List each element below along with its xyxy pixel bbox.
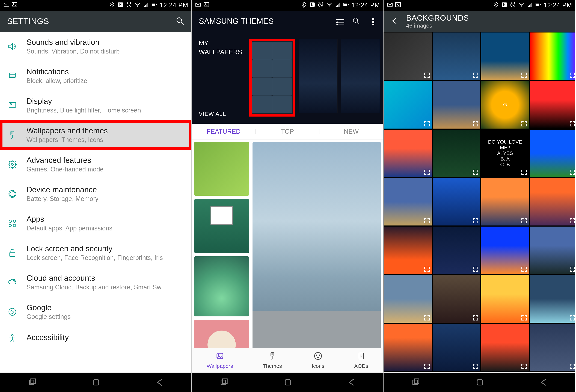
tab-new[interactable]: NEW — [319, 128, 383, 135]
wallpaper-preview-2[interactable] — [341, 39, 380, 113]
expand-icon — [570, 315, 575, 321]
home-button[interactable] — [283, 377, 292, 387]
bottom-nav-themes[interactable]: Themes — [263, 352, 282, 369]
background-thumbnail[interactable] — [481, 32, 529, 80]
settings-item-advanced-features[interactable]: Advanced features Games, One-handed mode — [0, 150, 191, 179]
background-thumbnail[interactable] — [481, 226, 529, 274]
background-thumbnail[interactable] — [530, 275, 575, 323]
backgrounds-title: BACKGROUNDS — [406, 14, 469, 23]
brush-icon — [268, 352, 277, 362]
settings-item-notifications[interactable]: Notifications Block, allow, prioritize — [0, 61, 191, 91]
svg-point-23 — [11, 163, 13, 166]
svg-rect-15 — [9, 102, 16, 107]
settings-item-wallpapers-and-themes[interactable]: Wallpapers and themes Wallpapers, Themes… — [0, 120, 191, 150]
bottom-nav-icons[interactable]: Icons — [312, 352, 324, 369]
background-thumbnail[interactable] — [481, 178, 529, 226]
expand-icon — [521, 266, 527, 272]
background-thumbnail[interactable] — [384, 81, 432, 129]
settings-item-accessibility[interactable]: Accessibility — [0, 327, 191, 349]
expand-icon — [424, 266, 430, 272]
svg-rect-57 — [217, 353, 223, 359]
alarm-icon — [510, 1, 516, 9]
background-thumbnail[interactable] — [530, 32, 575, 80]
settings-item-subtitle: Sounds, Vibration, Do not disturb — [27, 48, 120, 55]
settings-item-sounds-and-vibration[interactable]: Sounds and vibration Sounds, Vibration, … — [0, 32, 191, 61]
home-button[interactable] — [475, 377, 484, 387]
expand-icon — [424, 315, 430, 321]
svg-point-26 — [13, 220, 16, 223]
back-icon[interactable] — [391, 17, 399, 26]
background-thumbnail[interactable] — [481, 324, 529, 371]
tab-top[interactable]: TOP — [256, 128, 319, 135]
background-thumbnail[interactable] — [433, 275, 480, 323]
bottom-nav-aods[interactable]: L AODs — [354, 352, 368, 369]
back-button[interactable] — [347, 377, 356, 387]
background-thumbnail[interactable] — [384, 275, 432, 323]
background-thumbnail[interactable] — [384, 178, 432, 226]
background-thumbnail[interactable] — [530, 130, 575, 177]
background-thumbnail[interactable] — [530, 81, 575, 129]
background-thumbnail[interactable] — [384, 32, 432, 80]
theme-card[interactable] — [194, 199, 249, 253]
settings-item-title: Wallpapers and themes — [27, 126, 108, 135]
list-icon[interactable] — [336, 17, 344, 26]
home-button[interactable] — [91, 377, 100, 387]
settings-item-google[interactable]: Google Google settings — [0, 297, 191, 327]
search-icon[interactable] — [352, 17, 360, 26]
settings-item-apps[interactable]: Apps Default apps, App permissions — [0, 209, 191, 238]
settings-item-display[interactable]: Display Brightness, Blue light filter, H… — [0, 91, 191, 120]
background-thumbnail[interactable]: DO YOU LOVE ME? A. YES B. A C. B — [481, 130, 529, 177]
view-all-button[interactable]: VIEW ALL — [199, 111, 226, 117]
background-thumbnail[interactable] — [433, 324, 480, 371]
wifi-icon — [518, 1, 524, 9]
settings-item-subtitle: Battery, Storage, Memory — [27, 195, 98, 202]
background-thumbnail[interactable] — [433, 178, 480, 226]
settings-header: SETTINGS — [0, 11, 191, 32]
background-thumbnail[interactable] — [481, 275, 529, 323]
background-thumbnail[interactable] — [433, 226, 480, 274]
expand-icon — [521, 169, 527, 175]
status-bar: N 12:24 PM — [192, 0, 383, 11]
settings-item-device-maintenance[interactable]: Device maintenance Battery, Storage, Mem… — [0, 179, 191, 209]
recents-button[interactable] — [411, 377, 420, 387]
back-button[interactable] — [155, 377, 164, 387]
background-thumbnail[interactable] — [384, 324, 432, 371]
more-icon[interactable] — [368, 17, 376, 26]
background-thumbnail[interactable] — [384, 226, 432, 274]
settings-item-lock-screen-and-security[interactable]: Lock screen and security Lock screen, Fa… — [0, 238, 191, 268]
expand-icon — [570, 169, 575, 175]
settings-item-title: Advanced features — [27, 156, 103, 165]
background-thumbnail[interactable] — [384, 130, 432, 177]
status-time: 12:24 PM — [544, 1, 572, 9]
bluetooth-icon — [493, 1, 499, 9]
screen-backgrounds: N 12:24 PM BACKGROUNDS 46 images G — [383, 0, 575, 392]
wallpaper-preview-1[interactable] — [299, 39, 337, 113]
background-thumbnail[interactable] — [530, 324, 575, 371]
back-button[interactable] — [539, 377, 548, 387]
theme-card-large[interactable] — [253, 142, 381, 367]
theme-card[interactable] — [194, 142, 249, 196]
svg-rect-45 — [344, 3, 347, 6]
background-thumbnail[interactable] — [530, 178, 575, 226]
recents-button[interactable] — [27, 377, 36, 387]
featured-grid — [192, 140, 383, 372]
tab-featured[interactable]: FEATURED — [192, 128, 256, 135]
background-thumbnail[interactable] — [433, 81, 480, 129]
expand-icon — [424, 218, 430, 224]
search-icon[interactable] — [175, 16, 184, 26]
signal-icon — [143, 1, 149, 9]
recents-button[interactable] — [219, 377, 228, 387]
background-thumbnail[interactable] — [433, 32, 480, 80]
background-thumbnail[interactable] — [433, 130, 480, 177]
picture-icon — [395, 1, 401, 9]
expand-icon — [473, 218, 479, 224]
svg-text:N: N — [311, 3, 313, 6]
svg-rect-8 — [156, 4, 157, 5]
theme-card[interactable] — [194, 256, 249, 316]
expand-icon — [521, 72, 527, 78]
background-thumbnail[interactable]: G — [481, 81, 529, 129]
my-wallpapers-gallery-thumb[interactable] — [249, 39, 295, 116]
settings-item-cloud-and-accounts[interactable]: Cloud and accounts Samsung Cloud, Backup… — [0, 268, 191, 297]
bottom-nav-wallpapers[interactable]: Wallpapers — [207, 352, 233, 369]
background-thumbnail[interactable] — [530, 226, 575, 274]
